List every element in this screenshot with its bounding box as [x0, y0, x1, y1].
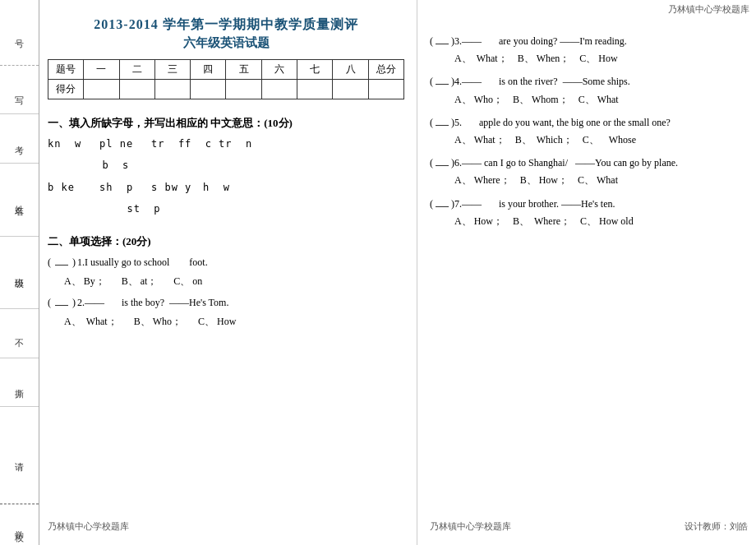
- right-q4-text: 4.—— is on the river? ——Some ships.: [454, 74, 630, 90]
- right-q7-ans-c: C、 How old: [580, 214, 634, 229]
- fill-item-10: st p: [113, 201, 161, 219]
- left-q1-ans-a: A、 By；: [64, 273, 105, 289]
- right-q5-text: 5. apple do you want, the big one or the…: [454, 115, 671, 131]
- table-score-8: [333, 80, 368, 99]
- right-q7-ans-a: A、 How；: [454, 214, 503, 229]
- fill-item-6: b ke: [48, 179, 93, 197]
- sidebar-label-si: 撕: [13, 381, 25, 383]
- table-score-7: [297, 80, 333, 99]
- score-table: 题号 一 二 三 四 五 六 七 八 总分 得分: [48, 59, 404, 99]
- left-page: 2013-2014 学年第一学期期中教学质量测评 六年级英语试题 题号 一 二 …: [39, 0, 417, 545]
- footer-left-right-page: 乃林镇中心学校题库: [430, 520, 511, 533]
- fill-item-5: b s: [89, 157, 134, 175]
- fill-item-2: pl ne: [99, 136, 145, 154]
- right-q3-ans-c: C、 How: [579, 51, 617, 67]
- sidebar-label-hao: 号: [13, 32, 25, 34]
- sidebar-label-kao: 考: [13, 138, 25, 140]
- table-header-2: 二: [119, 60, 154, 80]
- table-header-tihao: 题号: [48, 60, 84, 80]
- footer-left: 乃林镇中心学校题库: [48, 520, 129, 533]
- right-page: 乃林镇中心学校题库 ( ) 3.—— are you doing? ——I'm …: [417, 0, 756, 545]
- table-score-6: [261, 80, 297, 99]
- fill-section: kn w pl ne tr ff c tr n b s b ke sh p s …: [48, 136, 404, 221]
- right-q6: ( ) 6.—— can I go to Shanghai/ ——You can…: [430, 155, 748, 188]
- left-q1: ( ) 1.I usually go to school foot. A、 By…: [48, 254, 404, 289]
- section2-title: 二、单项选择：(20分): [48, 234, 404, 249]
- right-questions-container: ( ) 3.—— are you doing? ——I'm reading. A…: [430, 33, 748, 236]
- right-page-footer: 乃林镇中心学校题库 设计教师：刘皓: [430, 517, 748, 533]
- fill-item-9: h w: [203, 179, 248, 197]
- left-q2-answers: A、 What； B、 Who； C、 How: [64, 313, 404, 330]
- right-q7-line: ( ) 7.—— is your brother. ——He's ten.: [430, 196, 748, 212]
- table-score-2: [119, 80, 154, 99]
- left-q2-paren-open: (: [48, 294, 51, 311]
- right-q3-paren-open: (: [430, 34, 433, 49]
- right-q4-ans-b: B、 Whom；: [513, 92, 569, 108]
- left-q1-ans-c: C、 on: [173, 273, 202, 289]
- right-q6-ans-c: C、 What: [578, 173, 618, 188]
- right-q5-blank: [436, 114, 449, 126]
- sidebar-bottom: 学校: [0, 504, 39, 545]
- right-q4-line: ( ) 4.—— is on the river? ——Some ships.: [430, 73, 748, 90]
- sidebar-top: 号: [0, 0, 39, 66]
- page-title-main: 2013-2014 学年第一学期期中教学质量测评: [48, 16, 404, 34]
- sidebar: 号 写 考 姓名 班级 不 撕 请 学校: [0, 0, 39, 545]
- fill-row-1: kn w pl ne tr ff c tr n: [48, 136, 404, 154]
- fill-item-4: tr n: [219, 136, 264, 154]
- table-header-4: 四: [191, 60, 226, 80]
- fill-row-4: st p: [48, 201, 404, 219]
- fill-item-3: tr ff c: [151, 136, 212, 154]
- sidebar-label-xingming: 姓名: [13, 198, 25, 201]
- right-q4-paren-open: (: [430, 74, 433, 90]
- main-content: 2013-2014 学年第一学期期中教学质量测评 六年级英语试题 题号 一 二 …: [39, 0, 756, 545]
- table-score-total: [368, 80, 403, 99]
- right-q6-text: 6.—— can I go to Shanghai/ ——You can go …: [454, 155, 678, 171]
- table-header-3: 三: [154, 60, 190, 80]
- right-q3: ( ) 3.—— are you doing? ——I'm reading. A…: [430, 33, 748, 67]
- left-q2-text: 2.—— is the boy? ——He's Tom.: [77, 294, 228, 311]
- right-q3-blank: [436, 33, 449, 44]
- right-q6-ans-a: A、 Where；: [454, 173, 510, 188]
- table-score-5: [226, 80, 261, 99]
- table-defen-label: 得分: [48, 80, 84, 99]
- right-q3-answers: A、 What； B、 When； C、 How: [454, 51, 748, 67]
- fill-row-2: b s: [48, 157, 404, 175]
- right-q7-blank: [436, 196, 449, 207]
- table-header-8: 八: [333, 60, 368, 80]
- left-q2-ans-c: C、 How: [198, 313, 236, 330]
- left-q2: ( ) 2.—— is the boy? ——He's Tom. A、 What…: [48, 294, 404, 330]
- left-q1-paren-close: ): [72, 254, 76, 270]
- right-q6-line: ( ) 6.—— can I go to Shanghai/ ——You can…: [430, 155, 748, 171]
- right-q6-blank: [436, 155, 449, 166]
- right-q5-ans-b: B、 Which；: [515, 132, 573, 148]
- right-q4-answers: A、 Who； B、 Whom； C、 What: [454, 92, 748, 108]
- table-header-5: 五: [226, 60, 261, 80]
- left-q1-text: 1.I usually go to school foot.: [77, 254, 208, 270]
- sidebar-label-xie: 写: [13, 89, 25, 90]
- fill-item-8: s bw y: [151, 179, 196, 197]
- section1-title: 一、填入所缺字母，并写出相应的 中文意思：(10分): [48, 116, 404, 131]
- page-header: 2013-2014 学年第一学期期中教学质量测评 六年级英语试题: [48, 16, 404, 51]
- table-header-1: 一: [84, 60, 119, 80]
- right-q7-text: 7.—— is your brother. ——He's ten.: [454, 196, 615, 212]
- sidebar-label-qing: 请: [13, 455, 25, 456]
- sidebar-label-bu: 不: [13, 332, 25, 334]
- left-q1-answers: A、 By； B、 at； C、 on: [64, 273, 404, 289]
- right-q4: ( ) 4.—— is on the river? ——Some ships. …: [430, 73, 748, 107]
- table-score-3: [154, 80, 190, 99]
- right-q6-ans-b: B、 How；: [520, 173, 568, 188]
- right-q7-answers: A、 How； B、 Where； C、 How old: [454, 214, 748, 229]
- page-title-sub: 六年级英语试题: [48, 35, 404, 51]
- choice-section-left: ( ) 1.I usually go to school foot. A、 By…: [48, 254, 404, 335]
- right-q3-text: 3.—— are you doing? ——I'm reading.: [454, 34, 627, 49]
- right-q4-ans-c: C、 What: [579, 92, 619, 108]
- left-q2-ans-b: B、 Who；: [134, 313, 182, 330]
- left-q1-paren-open: (: [48, 254, 51, 270]
- right-q7: ( ) 7.—— is your brother. ——He's ten. A、…: [430, 196, 748, 229]
- table-header-7: 七: [297, 60, 333, 80]
- fill-item-1: kn w: [48, 136, 93, 154]
- right-q5-paren-open: (: [430, 115, 433, 131]
- table-score-1: [84, 80, 119, 99]
- footer-right: 设计教师：刘皓: [685, 520, 748, 533]
- right-q4-ans-a: A、 Who；: [454, 92, 503, 108]
